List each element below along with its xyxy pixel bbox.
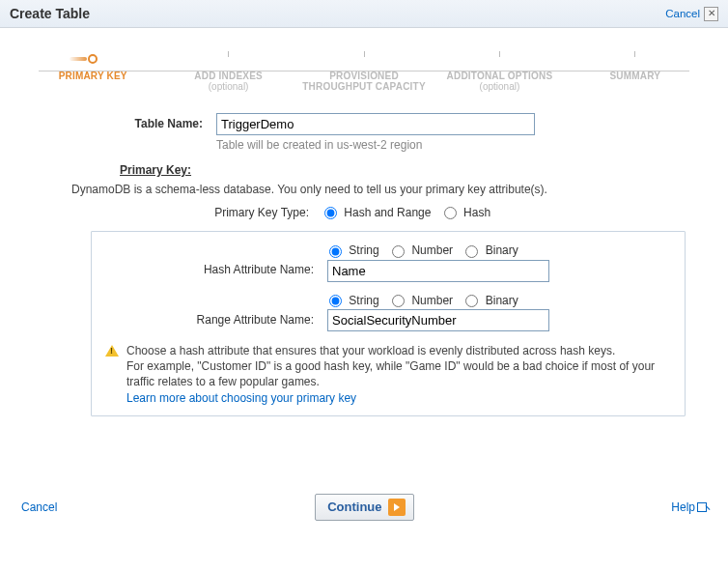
range-type-binary-radio[interactable] — [465, 295, 478, 307]
range-attr-input[interactable] — [327, 309, 549, 331]
primary-key-panel: Hash Attribute Name: String Number Binar… — [91, 231, 686, 415]
cancel-bottom-link[interactable]: Cancel — [21, 500, 57, 514]
hash-type-number-label: Number — [411, 243, 453, 257]
close-icon[interactable]: ✕ — [704, 7, 718, 21]
cancel-top-link[interactable]: Cancel — [665, 8, 700, 19]
help-link[interactable]: Help — [671, 500, 707, 514]
range-type-string-radio[interactable] — [329, 295, 342, 307]
range-type-number-radio[interactable] — [392, 295, 405, 307]
range-type-string-label: String — [349, 294, 378, 307]
dialog-header: Create Table Cancel ✕ — [0, 0, 728, 28]
hash-type-number-radio[interactable] — [392, 245, 405, 258]
range-type-number-label: Number — [411, 294, 453, 307]
continue-button-label: Continue — [327, 500, 381, 514]
table-name-hint: Table will be created in us-west-2 regio… — [216, 138, 695, 152]
warning-line-2: For example, "Customer ID" is a good has… — [126, 358, 671, 389]
warning-line-1: Choose a hash attribute that ensures tha… — [126, 343, 671, 358]
arrow-right-icon — [388, 499, 406, 516]
dialog-title: Create Table — [10, 6, 90, 21]
hash-type-binary-radio[interactable] — [465, 245, 478, 258]
range-type-binary-label: Binary — [486, 294, 518, 307]
wizard-step-label: ADDITONAL OPTIONS — [432, 71, 567, 81]
help-label: Help — [671, 500, 695, 514]
table-name-label: Table Name: — [33, 113, 216, 130]
learn-more-link[interactable]: Learn more about choosing your primary k… — [126, 390, 671, 406]
continue-button[interactable]: Continue — [315, 494, 413, 521]
wizard-step-additional-options: ADDITONAL OPTIONS (optional) — [432, 51, 567, 92]
pk-type-hash-label: Hash — [463, 206, 490, 219]
range-attr-label: Range Attribute Name: — [105, 294, 327, 327]
wizard-step-label: PRIMARY KEY — [25, 71, 160, 81]
wizard-step-sublabel: (optional) — [432, 81, 567, 92]
wizard-step-throughput: PROVISIONED THROUGHPUT CAPACITY — [296, 51, 432, 92]
wizard-step-primary-key: PRIMARY KEY — [25, 51, 160, 92]
external-link-icon — [697, 502, 707, 512]
hash-attr-input[interactable] — [327, 260, 549, 282]
wizard-step-label: ADD INDEXES — [160, 71, 295, 81]
pk-type-hash-and-range-radio[interactable] — [324, 207, 337, 219]
schema-description: DynamoDB is a schema-less database. You … — [71, 183, 695, 196]
wizard-step-summary: SUMMARY — [568, 51, 703, 92]
wizard-step-label: PROVISIONED THROUGHPUT CAPACITY — [296, 71, 432, 92]
pk-type-label: Primary Key Type: — [33, 206, 322, 219]
wizard-steps: PRIMARY KEY ADD INDEXES (optional) PROVI… — [0, 28, 728, 98]
pk-type-hash-and-range-label: Hash and Range — [344, 206, 431, 219]
wizard-step-add-indexes: ADD INDEXES (optional) — [160, 51, 295, 92]
primary-key-heading: Primary Key: — [120, 163, 695, 177]
table-name-input[interactable] — [216, 113, 535, 135]
hash-type-string-label: String — [349, 243, 378, 257]
hash-type-binary-label: Binary — [486, 243, 518, 257]
hash-attr-label: Hash Attribute Name: — [105, 243, 327, 276]
pk-type-hash-radio[interactable] — [444, 207, 457, 219]
wizard-step-label: SUMMARY — [568, 71, 703, 81]
wizard-step-sublabel: (optional) — [160, 81, 295, 92]
warning-icon — [105, 345, 119, 357]
hash-type-string-radio[interactable] — [329, 245, 342, 258]
